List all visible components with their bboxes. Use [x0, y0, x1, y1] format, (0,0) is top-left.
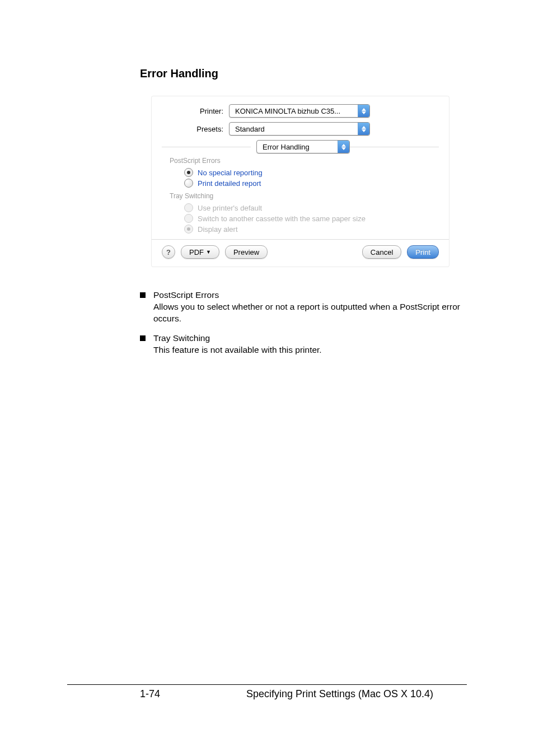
presets-dropdown-value: Standard	[229, 125, 358, 133]
radio-label: Use printer's default	[198, 204, 262, 212]
presets-dropdown[interactable]: Standard	[229, 122, 370, 136]
radio-use-printers-default: Use printer's default	[184, 203, 439, 212]
radio-label: No special reporting	[198, 169, 263, 177]
tray-switching-group-title: Tray Switching	[170, 192, 439, 200]
updown-icon	[338, 141, 349, 153]
radio-no-special-reporting[interactable]: No special reporting	[184, 168, 439, 177]
radio-icon	[184, 214, 193, 223]
printer-label: Printer:	[162, 107, 229, 115]
list-item: Tray Switching This feature is not avail…	[140, 333, 467, 356]
chevron-down-icon: ▼	[206, 249, 211, 255]
radio-icon	[184, 225, 193, 234]
preview-button[interactable]: Preview	[225, 245, 268, 259]
footer-title: Specifying Print Settings (Mac OS X 10.4…	[213, 688, 467, 700]
radio-label: Print detailed report	[198, 179, 261, 188]
bullet-icon	[140, 335, 146, 341]
updown-icon	[358, 123, 369, 135]
print-button[interactable]: Print	[407, 245, 439, 259]
bullet-title: Tray Switching	[153, 333, 322, 344]
radio-switch-cassette: Switch to another cassette with the same…	[184, 214, 439, 223]
bullet-desc: Allows you to select whether or not a re…	[153, 301, 467, 325]
section-dropdown[interactable]: Error Handling	[256, 140, 350, 153]
cancel-button[interactable]: Cancel	[362, 245, 401, 259]
radio-icon	[184, 168, 193, 177]
bullet-desc: This feature is not available with this …	[153, 344, 322, 356]
printer-dropdown[interactable]: KONICA MINOLTA bizhub C35...	[229, 104, 370, 118]
pdf-button-label: PDF	[189, 248, 204, 256]
bullet-title: PostScript Errors	[153, 290, 467, 301]
bullet-icon	[140, 292, 146, 298]
bullet-list: PostScript Errors Allows you to select w…	[140, 290, 467, 356]
printer-dropdown-value: KONICA MINOLTA bizhub C35...	[229, 107, 358, 115]
list-item: PostScript Errors Allows you to select w…	[140, 290, 467, 325]
radio-label: Switch to another cassette with the same…	[198, 214, 366, 223]
help-button[interactable]: ?	[162, 245, 175, 259]
radio-icon	[184, 203, 193, 212]
page-number: 1-74	[67, 688, 213, 700]
radio-display-alert: Display alert	[184, 225, 439, 234]
presets-label: Presets:	[162, 125, 229, 133]
radio-icon	[184, 179, 193, 188]
pdf-button[interactable]: PDF ▼	[181, 245, 219, 259]
updown-icon	[358, 105, 369, 117]
section-heading: Error Handling	[140, 67, 467, 80]
postscript-errors-group-title: PostScript Errors	[170, 157, 439, 165]
section-dropdown-value: Error Handling	[257, 143, 338, 151]
radio-label: Display alert	[198, 225, 238, 234]
page-footer: 1-74 Specifying Print Settings (Mac OS X…	[67, 684, 467, 700]
radio-print-detailed-report[interactable]: Print detailed report	[184, 179, 439, 188]
print-dialog: Printer: KONICA MINOLTA bizhub C35... Pr…	[151, 96, 449, 267]
